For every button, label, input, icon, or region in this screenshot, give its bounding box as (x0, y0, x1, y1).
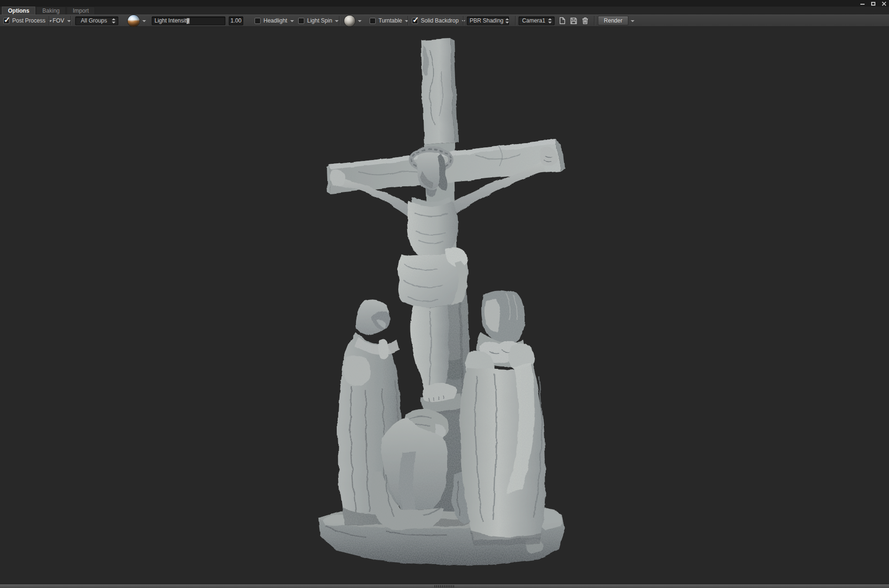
minimize-icon (860, 4, 865, 5)
environment-group (128, 15, 146, 26)
turntable-checkbox[interactable] (370, 18, 376, 24)
maximize-button[interactable] (870, 0, 876, 7)
render-options-button[interactable] (629, 16, 636, 25)
toolbar: Post Process FOV All Groups Light Intens… (0, 15, 889, 27)
title-bar (0, 0, 889, 7)
shading-select[interactable]: PBR Shading (467, 16, 509, 25)
new-file-button[interactable] (558, 16, 567, 25)
post-process-label: Post Process (12, 17, 46, 24)
toolbar-separator (49, 16, 50, 25)
render-button[interactable]: Render (598, 16, 628, 25)
delete-button[interactable] (580, 16, 589, 25)
camera-select-value: Camera1 (521, 17, 546, 24)
fov-label: FOV (53, 17, 64, 24)
toolbar-separator (463, 16, 464, 25)
turntable-toggle[interactable]: Turntable (370, 15, 409, 26)
stepper-icon[interactable] (112, 18, 116, 23)
stepper-icon[interactable] (548, 18, 552, 23)
fov-menu[interactable]: FOV (53, 15, 71, 26)
toolbar-separator (70, 16, 71, 25)
tab-label: Baking (42, 8, 60, 14)
light-intensity-value[interactable]: 1.00 (229, 16, 243, 25)
light-spin-toggle[interactable]: Light Spin (298, 15, 339, 26)
maximize-icon (871, 2, 875, 6)
environment-sphere-icon[interactable] (128, 15, 139, 27)
groups-select[interactable]: All Groups (75, 16, 118, 25)
tab-options[interactable]: Options (2, 7, 35, 15)
light-intensity-slider[interactable]: Light Intensity (152, 16, 225, 25)
splitter-grip-icon[interactable] (434, 585, 455, 588)
groups-select-group: All Groups (75, 15, 118, 26)
bottom-splitter[interactable] (0, 584, 889, 588)
headlight-toggle[interactable]: Headlight (255, 15, 294, 26)
toolbar-separator (408, 16, 409, 25)
shading-select-group: PBR Shading (467, 15, 509, 26)
render-button-label: Render (604, 17, 622, 24)
turntable-label: Turntable (379, 17, 402, 24)
shading-select-value: PBR Shading (470, 17, 503, 24)
close-button[interactable] (881, 0, 887, 7)
application-window: Options Baking Import Post Process FOV A… (0, 0, 889, 588)
headlight-checkbox[interactable] (255, 18, 261, 24)
solid-backdrop-label: Solid Backdrop (421, 17, 459, 24)
chevron-down-icon (631, 20, 634, 22)
tab-import[interactable]: Import (67, 7, 95, 15)
viewport-3d[interactable] (0, 27, 889, 584)
minimize-button[interactable] (859, 0, 866, 7)
tab-bar: Options Baking Import (0, 7, 889, 15)
light-spin-label: Light Spin (307, 17, 332, 24)
light-intensity-value-group: 1.00 (229, 15, 243, 26)
crucifixion-statue-model (0, 27, 889, 584)
toolbar-separator (515, 16, 516, 25)
trash-icon (582, 17, 588, 24)
post-process-checkbox[interactable] (3, 18, 9, 24)
camera-select-group: Camera1 (518, 15, 555, 26)
new-file-icon (559, 17, 565, 24)
chevron-down-icon[interactable] (290, 20, 294, 22)
toolbar-separator (339, 16, 340, 25)
save-button[interactable] (569, 16, 578, 25)
tab-label: Options (8, 8, 29, 14)
solid-backdrop-checkbox[interactable] (412, 18, 418, 24)
backdrop-sphere-group (344, 15, 362, 26)
backdrop-sphere-icon[interactable] (344, 15, 355, 26)
post-process-toggle[interactable]: Post Process (3, 15, 52, 26)
chevron-down-icon[interactable] (335, 20, 339, 22)
window-controls (859, 0, 887, 7)
light-intensity-group: Light Intensity (152, 15, 225, 26)
camera-actions (558, 15, 589, 26)
solid-backdrop-toggle[interactable]: Solid Backdrop (412, 15, 465, 26)
statue-group (317, 38, 564, 565)
tab-label: Import (73, 8, 89, 14)
camera-select[interactable]: Camera1 (518, 16, 555, 25)
headlight-label: Headlight (263, 17, 287, 24)
save-icon (570, 17, 577, 24)
chevron-down-icon[interactable] (358, 20, 362, 22)
chevron-down-icon[interactable] (142, 20, 146, 22)
toolbar-separator (594, 16, 595, 25)
light-intensity-label: Light Intensity (152, 17, 189, 24)
stepper-icon[interactable] (505, 18, 509, 23)
light-spin-checkbox[interactable] (298, 18, 304, 24)
tab-baking[interactable]: Baking (36, 7, 66, 15)
render-group: Render (598, 15, 636, 26)
groups-select-value: All Groups (78, 17, 110, 24)
